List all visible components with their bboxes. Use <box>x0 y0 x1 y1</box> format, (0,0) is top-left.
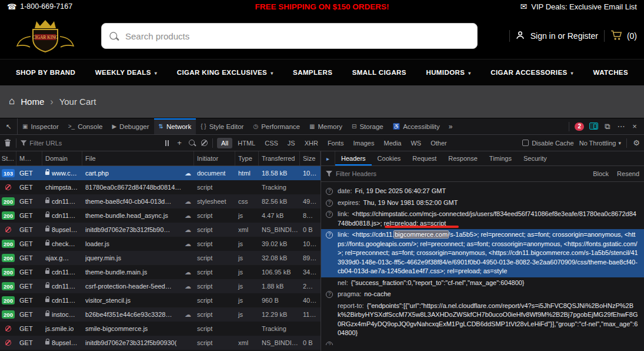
file-cell: visitor_stencil.js <box>82 293 194 307</box>
breadcrumb-home-link[interactable]: Home <box>21 97 44 107</box>
filter-xhr[interactable]: XHR <box>301 138 322 148</box>
vip-deals-link[interactable]: ✉ VIP Deals: Exclusive Email List <box>520 2 637 11</box>
details-tab-security[interactable]: Security <box>518 151 553 165</box>
network-request-row[interactable]: 200 GET ajax.g… jquery.min.js script js … <box>0 251 321 265</box>
cart-button[interactable]: (0) <box>610 30 637 42</box>
filter-media[interactable]: Media <box>379 138 405 148</box>
throttling-select[interactable]: No Throttling ▾ <box>579 140 621 147</box>
network-request-row[interactable]: 200 GET instoc… b26be4f351e44c6e93c3328…… <box>0 307 321 322</box>
network-request-row[interactable]: 200 GET cdn11… theme-bundle.main.js ☁ sc… <box>0 265 321 279</box>
nav-item-samplers[interactable]: SAMPLERS <box>293 69 332 76</box>
response-header-row[interactable]: ? link:<https://cdn11.bigcommerce.com/s-… <box>321 229 644 277</box>
filter-css[interactable]: CSS <box>261 138 282 148</box>
column-header-size[interactable]: Size <box>300 151 321 165</box>
response-header-row[interactable]: ? report-to:{"endpoints":[{"url":"https:… <box>321 300 644 339</box>
filter-fonts[interactable]: Fonts <box>323 138 348 148</box>
details-tab-request[interactable]: Request <box>406 151 442 165</box>
network-request-row[interactable]: GET 8upsel… initdb9d7062e73b312f5b90930(… <box>0 336 321 350</box>
nav-item-cigar-king-exclusives[interactable]: CIGAR KING EXCLUSIVES ▾ <box>177 69 273 76</box>
resend-request-button[interactable]: Resend <box>617 170 639 177</box>
response-header-row[interactable]: ? pragma:no-cache <box>321 289 644 300</box>
response-header-row[interactable]: ? expires:Thu, 19 Nov 1981 08:52:00 GMT <box>321 197 644 209</box>
status-cell: 200 <box>0 307 16 322</box>
help-icon[interactable]: ? <box>326 200 333 207</box>
tab-inspector[interactable]: ▣ Inspector <box>18 118 64 134</box>
details-tab-headers[interactable]: Headers <box>335 151 372 165</box>
responsive-design-mode-button[interactable] <box>589 122 598 131</box>
devtools-menu-button[interactable]: ⋯ <box>617 122 625 131</box>
filter-images[interactable]: Images <box>349 138 378 148</box>
disable-cache-toggle[interactable]: Disable Cache <box>522 140 574 147</box>
details-panel-icon[interactable]: ▸ <box>321 151 335 165</box>
site-logo[interactable]: CIGAR KING <box>11 16 80 55</box>
tab-style-editor[interactable]: { } Style Editor <box>196 118 248 134</box>
new-request-button[interactable]: + <box>175 139 183 147</box>
tab-network[interactable]: ⇅ Network <box>154 118 196 134</box>
filter-ws[interactable]: WS <box>406 138 425 148</box>
network-request-row[interactable]: 200 GET check… loader.js ☁ script js 39.… <box>0 237 321 251</box>
column-header-initiator[interactable]: Initiator <box>194 151 235 165</box>
filter-urls-input[interactable] <box>29 140 159 147</box>
more-tools-button[interactable]: » <box>445 118 457 134</box>
signin-register-link[interactable]: Sign in or Register <box>530 31 598 41</box>
filter-js[interactable]: JS <box>283 138 299 148</box>
column-header-m[interactable]: M… <box>16 151 42 165</box>
network-request-row[interactable]: 200 GET cdn11… theme-bundle.head_async.j… <box>0 208 321 223</box>
tab-accessibility[interactable]: ♿ Accessibility <box>388 118 445 134</box>
method-cell: GET <box>16 166 42 180</box>
details-tab-timings[interactable]: Timings <box>483 151 518 165</box>
network-settings-button[interactable]: ⚙ <box>632 138 640 147</box>
tab-performance[interactable]: ◷ Performance <box>248 118 305 134</box>
clear-requests-button[interactable] <box>4 139 12 147</box>
filter-other[interactable]: Other <box>426 138 451 148</box>
filter-headers-input[interactable] <box>336 170 512 177</box>
network-request-row[interactable]: 200 GET cdn11… visitor_stencil.js script… <box>0 293 321 307</box>
dock-button[interactable]: ⧉ <box>603 122 612 131</box>
close-icon: × <box>632 122 637 131</box>
search-input[interactable] <box>101 23 478 49</box>
help-icon[interactable]: ? <box>326 231 333 239</box>
tab-debugger[interactable]: ▶ Debugger <box>107 118 154 134</box>
details-tab-cookies[interactable]: Cookies <box>372 151 407 165</box>
network-request-row[interactable]: GET chimpsta… 81780ea0c8672d84748bd0814…… <box>0 180 321 194</box>
nav-item-shop-by-brand[interactable]: SHOP BY BRAND <box>16 69 75 76</box>
phone-link[interactable]: ☎ 1-800-669-7167 <box>7 2 72 11</box>
help-icon[interactable]: ? <box>326 211 333 218</box>
block-requests-button[interactable] <box>200 140 208 146</box>
response-header-row[interactable]: ? <box>321 339 644 345</box>
help-icon[interactable]: ? <box>326 342 333 345</box>
search-requests-button[interactable] <box>188 139 196 147</box>
help-icon[interactable]: ? <box>326 291 333 298</box>
error-count-badge[interactable]: 2 <box>575 122 584 131</box>
help-icon[interactable]: ? <box>326 188 333 195</box>
tab-memory[interactable]: ▦ Memory <box>305 118 347 134</box>
network-request-row[interactable]: 200 GET cdn11… theme-bae8cf40-cb04-013d…… <box>0 194 321 208</box>
network-request-row[interactable]: 200 GET cdn11… csrf-protection-header-5e… <box>0 279 321 293</box>
nav-item-cigar-accessories[interactable]: CIGAR ACCESSORIES ▾ <box>490 69 573 76</box>
nav-item-watches[interactable]: WATCHES <box>593 69 628 76</box>
tab-console[interactable]: >_ Console <box>64 118 108 134</box>
details-tab-response[interactable]: Response <box>442 151 483 165</box>
column-header-domain[interactable]: Domain <box>42 151 82 165</box>
response-header-row[interactable]: ? link:<https://chimpstatic.com/mcjs-con… <box>321 208 644 229</box>
nav-item-weekly-deals[interactable]: WEEKLY DEALS ▾ <box>95 69 157 76</box>
column-header-st[interactable]: St… <box>0 151 16 165</box>
domain-text: cdn11… <box>52 212 75 219</box>
block-url-button[interactable]: Block <box>593 170 609 177</box>
nav-item-small-cigars[interactable]: SMALL CIGARS <box>352 69 406 76</box>
devtools-close-button[interactable]: × <box>630 122 639 131</box>
column-header-type[interactable]: Type <box>235 151 259 165</box>
network-request-row[interactable]: GET js.smile.io smile-bigcommerce.js scr… <box>0 322 321 336</box>
column-header-file[interactable]: File <box>82 151 194 165</box>
network-request-row[interactable]: GET 8upsel… initdb9d7062e73b312f5b90… ☁ … <box>0 223 321 237</box>
pick-element-button[interactable]: ↖ <box>0 118 18 134</box>
pause-traffic-button[interactable] <box>163 140 171 146</box>
tab-storage[interactable]: ⊟ Storage <box>347 118 388 134</box>
filter-all[interactable]: All <box>217 138 232 148</box>
column-header-transferred[interactable]: Transferred <box>259 151 300 165</box>
nav-item-humidors[interactable]: HUMIDORS ▾ <box>426 69 471 76</box>
response-header-row[interactable]: ? date:Fri, 19 Dec 2025 06:40:27 GMT <box>321 186 644 197</box>
filter-html[interactable]: HTML <box>233 138 259 148</box>
network-request-row[interactable]: 103 GET www.c… cart.php ☁ document html … <box>0 166 321 180</box>
response-header-row[interactable]: ? nel:{"success_fraction":0,"report_to":… <box>321 277 644 289</box>
